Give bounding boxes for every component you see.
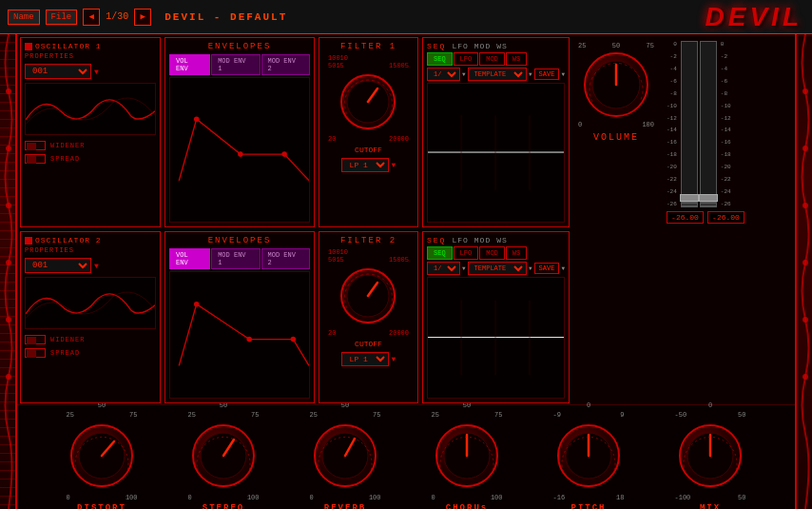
fader2-value: -26.00 [707, 211, 744, 224]
fader1-track[interactable] [681, 41, 698, 207]
svg-point-52 [802, 374, 808, 380]
env1-tab-mod1[interactable]: MOD ENV 1 [211, 54, 260, 75]
vol-scale-100: 100 [642, 121, 654, 128]
env2-tab-vol[interactable]: VOL ENV [169, 248, 210, 269]
bottom-effects-row: 50 25 75 0 100 DISTORT [17, 404, 795, 509]
distort-knob-svg[interactable] [67, 421, 138, 492]
chorus-knob-svg[interactable] [432, 421, 503, 492]
vol-scale-top: 25 50 75 [578, 42, 654, 49]
seq1-tab-mod[interactable]: MOD [479, 52, 505, 66]
filter2-type-select[interactable]: LP 1 [341, 352, 389, 366]
vol-scale-0: 0 [578, 121, 582, 128]
osc1-waveform [25, 83, 156, 135]
env1-svg [170, 78, 309, 222]
distort-scale-25: 25 [67, 411, 74, 419]
seq2-tab-ws[interactable]: WS [506, 246, 527, 260]
filter2-knob-wrap [338, 265, 399, 327]
fader2-handle[interactable] [699, 194, 718, 202]
seq1-division-select[interactable]: 1/4 [427, 68, 460, 81]
osc1-preset-select[interactable]: 001 [25, 64, 91, 79]
next-button[interactable]: ▶ [134, 9, 151, 26]
preset-name: DEVIL - DEFAULT [164, 11, 287, 23]
distort-scale-0: 0 [67, 494, 70, 501]
env2-tabs: VOL ENV MOD ENV 1 MOD ENV 2 [169, 248, 310, 269]
env2-svg [170, 272, 309, 398]
fader-scale-0: 0 [667, 41, 677, 48]
osc1-widener-toggle[interactable] [25, 141, 46, 150]
osc2-waveform [25, 277, 156, 329]
seq2-tab-mod[interactable]: MOD [479, 246, 505, 260]
seq1-section: SEQ LFO MOD WS SEQ LFO MOD WS 1/4 [422, 37, 570, 227]
fader-scale-16: -16 [667, 139, 677, 146]
fader-scale-left: 0 -2 -4 -6 -8 -10 -12 -14 -16 -18 [667, 41, 679, 207]
stereo-knob-svg[interactable] [188, 421, 260, 492]
prev-button[interactable]: ◀ [83, 9, 100, 26]
svg-point-21 [291, 337, 297, 343]
seq2-header: SEQ LFO MOD WS [427, 236, 565, 245]
mix-knob-svg[interactable] [675, 421, 746, 492]
chorus-label: CHORUs [446, 503, 488, 509]
reverb-knob-svg[interactable] [310, 421, 381, 492]
seq1-grid-svg [428, 84, 564, 222]
seq1-header-lfo: LFO [452, 42, 468, 50]
osc1-spread-row: SPREAD [25, 154, 156, 164]
osc1-spread-toggle[interactable] [25, 154, 46, 164]
env2-tab-mod1[interactable]: MOD ENV 1 [211, 248, 260, 269]
fader-scale-8: -8 [667, 90, 677, 97]
svg-point-50 [802, 260, 808, 265]
seq2-header-ws: WS [496, 236, 508, 245]
osc2-controls: WIDENER SPREAD [25, 335, 156, 358]
filter1-freq-labels: 10010 [323, 54, 414, 62]
mix-group: 0 -50 50 -100 50 MIX [675, 401, 746, 509]
pitch-label: PITCH [570, 503, 606, 509]
env2-display [169, 271, 310, 399]
envelope1-section: ENVELOPES VOL ENV MOD ENV 1 MOD ENV 2 [164, 37, 315, 227]
left-decoration [0, 34, 17, 509]
pitch-knob-svg[interactable] [553, 421, 625, 492]
osc1-widener-row: WIDENER [25, 141, 156, 150]
svg-point-51 [802, 317, 808, 323]
svg-point-6 [194, 116, 200, 122]
osc2-preset-select[interactable]: 001 [25, 258, 91, 273]
seq2-tab-lfo[interactable]: LFO [454, 246, 479, 260]
seq2-tab-seq[interactable]: SEQ [427, 246, 453, 260]
filter1-knob-svg[interactable] [338, 71, 399, 133]
reverb-scale-mid: 25 75 [310, 411, 381, 419]
env1-tab-vol[interactable]: VOL ENV [169, 54, 210, 75]
osc2-spread-toggle[interactable] [25, 348, 46, 358]
seq2-grid-svg [428, 278, 564, 398]
file-button[interactable]: File [46, 10, 78, 25]
fader2-track[interactable] [700, 41, 717, 207]
seq2-controls: 1/4 ▼ TEMPLATE ▼ SAVE ▼ [427, 262, 565, 275]
osc2-widener-label: WIDENER [50, 336, 85, 343]
osc1-controls: WIDENER SPREAD [25, 141, 156, 164]
seq1-tab-ws[interactable]: WS [506, 52, 527, 66]
seq1-template-select[interactable]: TEMPLATE [468, 68, 527, 81]
fader-scale-14: -14 [667, 127, 677, 133]
osc2-spread-label: SPREAD [50, 349, 80, 357]
faders-container: 0 -2 -4 -6 -8 -10 -12 -14 -16 -18 [667, 41, 744, 207]
fader-scale-right: 0 -2 -4 -6 -8 -10 -12 -14 -16 -18 [719, 41, 731, 207]
seq1-header: SEQ LFO MOD WS [427, 42, 565, 50]
volume-knob-svg[interactable] [581, 49, 652, 121]
seq1-tab-lfo[interactable]: LFO [454, 52, 479, 66]
filter1-type-row: LP 1 ▼ [341, 158, 396, 172]
osc1-select-row: 001 ▼ [25, 64, 156, 79]
name-button[interactable]: Name [8, 10, 40, 25]
filter2-knob-svg[interactable] [338, 265, 399, 327]
seq2-header-seq: SEQ [427, 236, 446, 245]
seq2-save-button[interactable]: SAVE [534, 263, 560, 274]
seq2-template-select[interactable]: TEMPLATE [468, 262, 527, 275]
osc2-widener-toggle[interactable] [25, 335, 46, 344]
seq1-tab-seq[interactable]: SEQ [427, 52, 453, 66]
reverb-label: REVERB [324, 503, 366, 509]
seq1-save-button[interactable]: SAVE [534, 69, 560, 80]
env2-tab-mod2[interactable]: MOD ENV 2 [261, 248, 310, 269]
lower-row: OSCILLATOR 2 PROPERTIES 001 ▼ [17, 228, 795, 404]
filter2-freq-min: 20 [328, 329, 336, 337]
seq2-division-select[interactable]: 1/4 [427, 262, 460, 275]
osc2-title: OSCILLATOR 2 [35, 236, 102, 245]
fader1-handle[interactable] [680, 194, 699, 202]
filter1-type-select[interactable]: LP 1 [341, 158, 389, 172]
env1-tab-mod2[interactable]: MOD ENV 2 [261, 54, 310, 75]
